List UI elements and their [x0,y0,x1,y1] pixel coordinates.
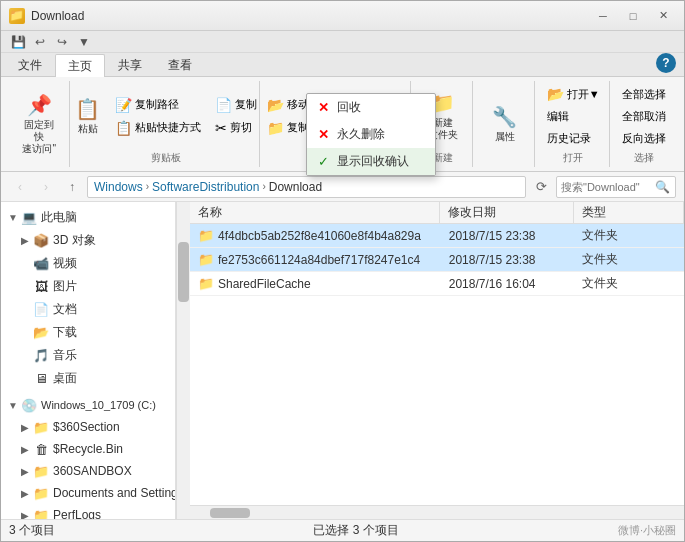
sidebar-scrollbar[interactable] [176,202,190,519]
path-segment-softwaredist[interactable]: SoftwareDistribution [152,180,259,194]
cut-button[interactable]: ✂ 剪切 [210,117,262,139]
toggle-cdrive: ▼ [5,400,21,411]
tab-share[interactable]: 共享 [105,54,155,76]
qa-dropdown-button[interactable]: ▼ [75,33,93,51]
status-bar: 3 个项目 已选择 3 个项目 微博·小秘圈 [1,519,684,541]
360sandbox-label: 360SANDBOX [53,464,132,478]
sidebar-item-360section[interactable]: ▶ 📁 $360Section [1,416,175,438]
docs-icon: 📄 [33,302,49,318]
select-stack: 全部选择 全部取消 反向选择 [617,84,671,149]
sidebar-item-3d[interactable]: ▶ 📦 3D 对象 [1,229,175,252]
ribbon-group-properties: 🔧 属性 [475,81,535,167]
clipboard-label: 剪贴板 [151,151,181,165]
paste-shortcut-icon: 📋 [115,120,132,136]
pin-buttons: 📌 固定到快速访问" [17,83,61,165]
pc-label: 此电脑 [41,209,77,226]
window-controls: ─ □ ✕ [590,7,676,25]
qa-redo-button[interactable]: ↪ [53,33,71,51]
qa-save-button[interactable]: 💾 [9,33,27,51]
file-row-0[interactable]: 📁 4f4dbcb5ab252f8e41060e8f4b4a829a 2018/… [190,224,684,248]
downloads-label: 下载 [53,324,77,341]
sidebar-item-docs[interactable]: 📄 文档 [1,298,175,321]
file-name-0: 📁 4f4dbcb5ab252f8e41060e8f4b4a829a [190,226,441,245]
up-button[interactable]: ↑ [61,176,83,198]
file-row-1[interactable]: 📁 fe2753c661124a84dbef717f8247e1c4 2018/… [190,248,684,272]
properties-buttons: 🔧 属性 [487,83,523,165]
sidebar-item-pc[interactable]: ▼ 💻 此电脑 [1,206,175,229]
horizontal-scrollbar[interactable] [190,505,684,519]
help-button[interactable]: ? [656,53,676,73]
sidebar-item-desktop[interactable]: 🖥 桌面 [1,367,175,390]
qa-undo-button[interactable]: ↩ [31,33,49,51]
sidebar-item-360sandbox[interactable]: ▶ 📁 360SANDBOX [1,460,175,482]
path-segment-windows[interactable]: Windows [94,180,143,194]
desktop-icon: 🖥 [33,371,49,387]
open-stack: 📂 打开▼ 编辑 历史记录 [542,83,605,149]
window-icon: 📁 [9,8,25,24]
maximize-button[interactable]: □ [620,7,646,25]
toggle-pictures [17,281,33,292]
sidebar-item-recycle[interactable]: ▶ 🗑 $Recycle.Bin [1,438,175,460]
file-list-header: 名称 修改日期 类型 [190,202,684,224]
paste-shortcut-button[interactable]: 📋 粘贴快捷方式 [110,117,206,139]
sidebar-item-video[interactable]: 📹 视频 [1,252,175,275]
file-type-2: 文件夹 [574,273,684,294]
column-header-name[interactable]: 名称 [190,202,440,224]
file-row-2[interactable]: 📁 SharedFileCache 2018/7/16 16:04 文件夹 [190,272,684,296]
search-input[interactable] [561,181,651,193]
copy-path-button[interactable]: 📝 复制路径 [110,94,206,116]
edit-button[interactable]: 编辑 [542,106,605,127]
clipboard-buttons: 📋 粘贴 📝 复制路径 📋 粘贴快捷方式 [70,83,262,149]
history-button[interactable]: 历史记录 [542,128,605,149]
column-header-date[interactable]: 修改日期 [440,202,574,224]
refresh-button[interactable]: ⟳ [530,176,552,198]
desktop-label: 桌面 [53,370,77,387]
file-icon-0: 📁 [198,228,214,243]
back-button[interactable]: ‹ [9,176,31,198]
close-button[interactable]: ✕ [650,7,676,25]
sidebar-item-pictures[interactable]: 🖼 图片 [1,275,175,298]
sidebar-item-perflogs[interactable]: ▶ 📁 PerfLogs [1,504,175,519]
downloads-icon: 📂 [33,325,49,341]
forward-button[interactable]: › [35,176,57,198]
file-name-2: 📁 SharedFileCache [190,274,441,293]
ribbon-group-open: 📂 打开▼ 编辑 历史记录 打开 [537,81,610,167]
toggle-360sandbox: ▶ [17,466,33,477]
paste-button[interactable]: 📋 粘贴 [70,94,106,138]
search-icon[interactable]: 🔍 [655,180,670,194]
perm-delete-x-icon: ✕ [315,127,331,142]
360sandbox-icon: 📁 [33,463,49,479]
tab-file[interactable]: 文件 [5,54,55,76]
selected-count: 已选择 3 个项目 [313,522,601,539]
open-button[interactable]: 📂 打开▼ [542,83,605,105]
ribbon-group-clipboard: 📋 粘贴 📝 复制路径 📋 粘贴快捷方式 [72,81,260,167]
invert-selection-button[interactable]: 反向选择 [617,128,671,149]
copy-button[interactable]: 📄 复制 [210,94,262,116]
select-all-button[interactable]: 全部选择 [617,84,671,105]
recycle-item[interactable]: ✕ 回收 [307,94,435,121]
minimize-button[interactable]: ─ [590,7,616,25]
tab-home[interactable]: 主页 [55,54,105,77]
show-confirm-item[interactable]: ✓ 显示回收确认 [307,148,435,175]
sidebar-item-cdrive[interactable]: ▼ 💿 Windows_10_1709 (C:) [1,394,175,416]
file-date-2: 2018/7/16 16:04 [441,275,574,293]
permanent-delete-item[interactable]: ✕ 永久删除 [307,121,435,148]
ribbon-tabs: 文件 主页 共享 查看 ? [1,53,684,77]
sidebar-item-docs-settings[interactable]: ▶ 📁 Documents and Settings [1,482,175,504]
pin-button[interactable]: 📌 固定到快速访问" [17,90,61,158]
scrollbar-thumb [178,242,189,302]
file-name-text-0: 4f4dbcb5ab252f8e41060e8f4b4a829a [218,229,421,243]
toggle-video [17,258,33,269]
sidebar-item-music[interactable]: 🎵 音乐 [1,344,175,367]
toggle-music [17,350,33,361]
address-path[interactable]: Windows › SoftwareDistribution › Downloa… [87,176,526,198]
properties-button[interactable]: 🔧 属性 [487,102,523,146]
tab-view[interactable]: 查看 [155,54,205,76]
path-separator-1: › [146,181,149,192]
open-icon: 📂 [547,86,564,102]
toggle-recycle: ▶ [17,444,33,455]
confirm-check-icon: ✓ [315,154,331,169]
select-none-button[interactable]: 全部取消 [617,106,671,127]
sidebar-item-downloads[interactable]: 📂 下载 [1,321,175,344]
column-header-type[interactable]: 类型 [574,202,684,224]
